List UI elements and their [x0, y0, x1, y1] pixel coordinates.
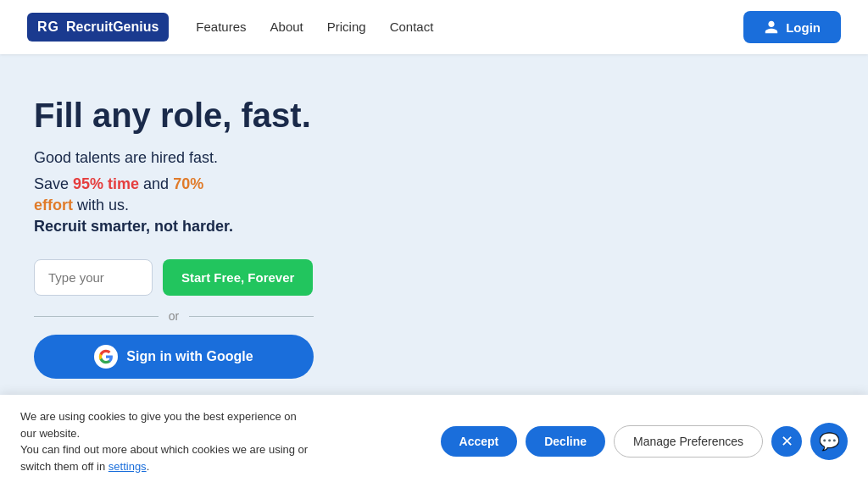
navbar: RG RecruitGenius Features About Pricing …: [0, 0, 868, 54]
decline-button[interactable]: Decline: [526, 426, 605, 457]
navbar-left: RG RecruitGenius Features About Pricing …: [27, 13, 433, 42]
hero-tagline: Recruit smarter, not harder.: [34, 218, 424, 236]
nav-item-about[interactable]: About: [270, 19, 303, 35]
google-signin-label: Sign in with Google: [126, 349, 253, 364]
hero-subtext: Good talents are hired fast.: [34, 149, 424, 167]
cookie-settings-link[interactable]: settings: [108, 460, 147, 473]
email-input[interactable]: [34, 259, 153, 296]
logo-name: RecruitGenius: [66, 19, 159, 35]
cookie-line4: switch them off in: [20, 460, 108, 473]
stats-orange: 70%: [173, 175, 203, 192]
cta-row: Start Free, Forever: [34, 259, 424, 296]
user-icon: [764, 19, 779, 35]
chat-button[interactable]: 💬: [810, 423, 848, 460]
divider-line-left: [34, 316, 159, 317]
cookie-line2: our website.: [20, 427, 80, 440]
nav-item-pricing[interactable]: Pricing: [327, 19, 366, 35]
effort-word: effort: [34, 197, 73, 214]
google-signin-button[interactable]: Sign in with Google: [34, 335, 314, 379]
hero-stats: Save 95% time and 70%: [34, 175, 424, 193]
close-icon: ✕: [781, 432, 793, 451]
cookie-actions: Accept Decline Manage Preferences ✕ 💬: [441, 423, 848, 460]
cookie-text: We are using cookies to give you the bes…: [20, 408, 308, 474]
hero-effort: effort with us.: [34, 197, 424, 214]
effort-suffix: with us.: [73, 197, 129, 214]
cookie-line3: You can find out more about which cookie…: [20, 443, 308, 456]
logo[interactable]: RG RecruitGenius: [27, 13, 169, 42]
or-text: or: [169, 309, 179, 323]
divider-line-right: [189, 316, 314, 317]
logo-abbr: RG: [37, 19, 59, 35]
close-cookie-button[interactable]: ✕: [771, 426, 802, 457]
or-divider: or: [34, 309, 314, 323]
chat-icon: 💬: [819, 431, 840, 452]
manage-preferences-button[interactable]: Manage Preferences: [614, 425, 763, 458]
login-label: Login: [786, 20, 821, 35]
hero-section: Fill any role, fast. Good talents are hi…: [0, 54, 458, 379]
login-button[interactable]: Login: [743, 11, 841, 43]
nav-item-contact[interactable]: Contact: [390, 19, 434, 35]
google-icon: [94, 345, 118, 369]
nav-item-features[interactable]: Features: [196, 19, 246, 35]
hero-headline: Fill any role, fast.: [34, 95, 424, 136]
stats-red: 95% time: [73, 175, 139, 192]
stats-prefix: Save: [34, 175, 73, 192]
google-g-svg: [98, 349, 114, 364]
start-free-button[interactable]: Start Free, Forever: [163, 259, 313, 296]
nav-links: Features About Pricing Contact: [196, 19, 433, 35]
cookie-line1: We are using cookies to give you the bes…: [20, 410, 297, 423]
accept-button[interactable]: Accept: [441, 426, 518, 457]
cookie-banner: We are using cookies to give you the bes…: [0, 395, 868, 488]
stats-mid: and: [139, 175, 173, 192]
